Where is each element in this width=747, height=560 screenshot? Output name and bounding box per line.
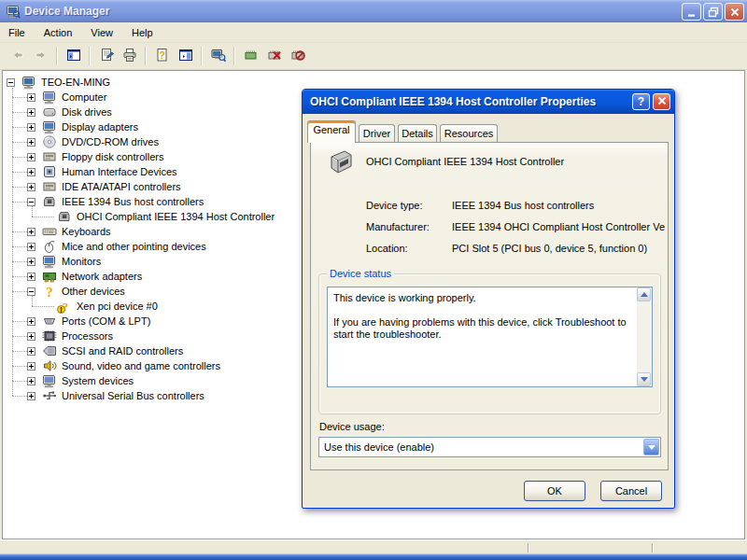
expand-icon[interactable]: [27, 273, 35, 281]
scroll-down-icon: [641, 377, 648, 382]
system-icon: [42, 90, 57, 105]
tree-item-disk-drives[interactable]: Disk drives: [27, 105, 114, 119]
toolbar-update-driver-button[interactable]: [240, 46, 261, 67]
dialog-help-button[interactable]: ?: [632, 93, 650, 110]
toolbar-show-action-pane-button[interactable]: [175, 46, 196, 67]
tree-item-other-devices[interactable]: ?Other devices: [27, 284, 127, 299]
status-scrollbar[interactable]: [637, 287, 653, 387]
collapse-icon[interactable]: [27, 198, 35, 206]
expand-icon[interactable]: [27, 258, 35, 266]
toolbar-show-console-tree-button[interactable]: [63, 46, 84, 67]
status-bar-divider: [528, 543, 529, 553]
tree-item-label: Computer: [60, 91, 108, 103]
menu-file[interactable]: File: [0, 24, 35, 41]
tree-item-label: System devices: [60, 375, 135, 386]
tree-item-ieee-1394-bus-host-controllers[interactable]: IEEE 1394 Bus host controllers: [27, 194, 205, 209]
scroll-down-button[interactable]: [637, 372, 651, 386]
tab-details[interactable]: Details: [398, 124, 437, 143]
tree-item-label: SCSI and RAID controllers: [60, 345, 185, 357]
tree-item-mice-and-other-pointing-devices[interactable]: Mice and other pointing devices: [27, 239, 208, 254]
expand-icon[interactable]: [27, 228, 35, 236]
network-icon: [42, 269, 57, 284]
window-caption-buttons: [682, 3, 744, 21]
minimize-button[interactable]: [682, 3, 701, 21]
tree-item-sound-video-and-game-controllers[interactable]: Sound, video and game controllers: [27, 358, 222, 373]
tree-item-teo-en-ming[interactable]: TEO-EN-MING: [7, 75, 112, 90]
action-pane-icon: [178, 48, 193, 64]
expand-icon[interactable]: [27, 183, 35, 191]
expand-icon[interactable]: [27, 347, 35, 356]
tree-item-human-interface-devices[interactable]: Human Interface Devices: [27, 164, 179, 179]
tree-item-ide-ata-atapi-controllers[interactable]: IDE ATA/ATAPI controllers: [27, 179, 183, 194]
tree-item-ohci-compliant-ieee-1394-host-controller[interactable]: OHCI Compliant IEEE 1394 Host Controller: [57, 209, 276, 224]
taskbar-edge[interactable]: [0, 553, 747, 560]
expand-icon[interactable]: [27, 362, 35, 371]
tree-item-dvd-cd-rom-drives[interactable]: DVD/CD-ROM drives: [27, 134, 161, 149]
combo-dropdown-button[interactable]: [643, 439, 659, 455]
tree-item-universal-serial-bus-controllers[interactable]: Universal Serial Bus controllers: [27, 388, 206, 403]
expand-icon[interactable]: [27, 138, 35, 147]
cancel-button[interactable]: Cancel: [600, 481, 662, 501]
tree-connector: [12, 396, 27, 397]
toolbar-disable-button[interactable]: [287, 46, 308, 67]
tree-connector: [12, 276, 27, 277]
toolbar-scan-for-hardware-changes-button[interactable]: [207, 46, 229, 67]
tree-item-keyboards[interactable]: Keyboards: [27, 224, 113, 239]
tree-item-scsi-and-raid-controllers[interactable]: SCSI and RAID controllers: [27, 343, 185, 358]
expand-icon[interactable]: [27, 153, 35, 161]
expand-icon[interactable]: [27, 332, 35, 341]
expand-icon[interactable]: [27, 108, 35, 117]
expand-icon[interactable]: [27, 123, 35, 132]
tree-connector: [12, 366, 27, 367]
arrow-right-icon: [34, 48, 49, 64]
ok-button[interactable]: OK: [524, 481, 585, 501]
status-bar: [0, 539, 747, 553]
tree-item-ports-com-lpt[interactable]: Ports (COM & LPT): [27, 314, 152, 329]
collapse-icon[interactable]: [7, 78, 15, 87]
close-icon: [729, 7, 740, 18]
expand-icon[interactable]: [27, 243, 35, 251]
tree-item-xen-pci-device-0[interactable]: ?!Xen pci device #0: [57, 299, 160, 314]
status-bar-divider: [652, 543, 654, 553]
collapse-icon[interactable]: [27, 287, 35, 296]
ok-button-label: OK: [547, 485, 562, 497]
toolbar-print-button[interactable]: [119, 46, 140, 67]
toolbar-help-button[interactable]: ?: [151, 46, 173, 67]
manufacturer-label: Manufacturer:: [366, 221, 430, 232]
location-value: PCI Slot 5 (PCI bus 0, device 5, functio…: [452, 243, 647, 254]
tree-item-floppy-disk-controllers[interactable]: Floppy disk controllers: [27, 149, 165, 164]
tab-driver[interactable]: Driver: [359, 124, 395, 143]
device-status-groupbox: This device is working properly. If you …: [318, 273, 661, 414]
tree-item-computer[interactable]: Computer: [27, 90, 108, 105]
device-usage-combobox[interactable]: Use this device (enable): [318, 437, 661, 457]
device-status-text[interactable]: This device is working properly. If you …: [327, 287, 638, 387]
tree-item-processors[interactable]: Processors: [27, 329, 115, 343]
tree-item-label: IDE ATA/ATAPI controllers: [60, 181, 183, 192]
close-button[interactable]: [725, 3, 744, 21]
expand-icon[interactable]: [27, 392, 35, 400]
restore-button[interactable]: [703, 3, 723, 21]
tree-item-network-adapters[interactable]: Network adapters: [27, 269, 144, 284]
expand-icon[interactable]: [27, 168, 35, 176]
tab-general[interactable]: General: [307, 120, 356, 143]
menu-view[interactable]: View: [81, 24, 122, 41]
status-line-spacer: [333, 304, 633, 316]
tab-resources[interactable]: Resources: [440, 124, 498, 143]
display-icon: [42, 254, 57, 269]
scroll-up-button[interactable]: [637, 287, 651, 301]
tree-item-label: TEO-EN-MING: [39, 77, 112, 88]
dialog-close-button[interactable]: [653, 93, 670, 110]
expand-icon[interactable]: [27, 93, 35, 102]
menu-action[interactable]: Action: [35, 24, 82, 41]
expand-icon[interactable]: [27, 377, 35, 385]
tree-item-system-devices[interactable]: System devices: [27, 373, 135, 388]
tree-connector: [32, 296, 33, 306]
toolbar-separator: [201, 47, 203, 65]
expand-icon[interactable]: [27, 317, 35, 326]
tree-item-monitors[interactable]: Monitors: [27, 254, 103, 269]
tree-connector: [12, 187, 27, 188]
tree-item-display-adapters[interactable]: Display adapters: [27, 119, 140, 134]
toolbar-properties-button[interactable]: [95, 46, 117, 67]
menu-help[interactable]: Help: [122, 24, 162, 41]
toolbar-uninstall-button[interactable]: [263, 46, 285, 67]
